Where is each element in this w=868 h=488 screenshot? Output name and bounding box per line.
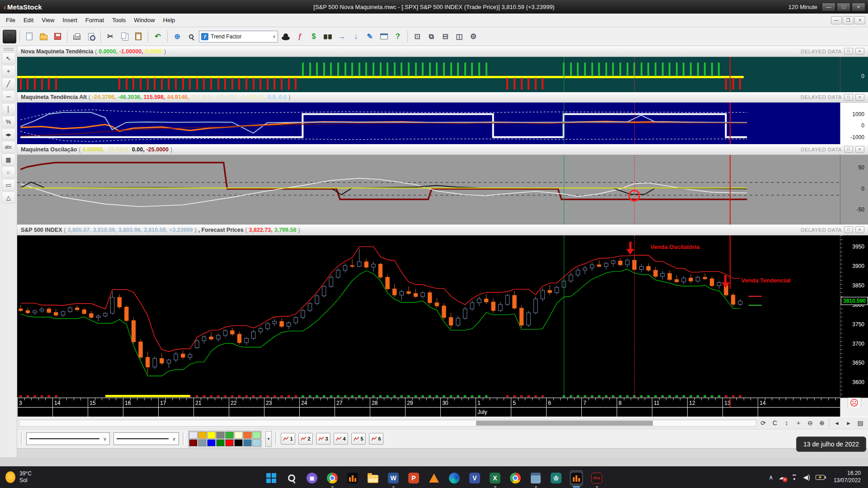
save-button[interactable] xyxy=(51,30,64,43)
mdi-minimize-button[interactable]: — xyxy=(831,16,842,24)
collapse-button[interactable]: C xyxy=(769,418,781,428)
panel2-chart[interactable]: 10000-1000 xyxy=(17,103,868,144)
taskbar-chess[interactable]: ♔ xyxy=(549,470,563,486)
cascade-windows-button[interactable]: ⧉ xyxy=(425,30,438,43)
taskbar-pro[interactable]: Pro xyxy=(590,470,604,486)
panel-close-button[interactable]: × xyxy=(855,48,864,55)
panel-restore-button[interactable]: □ xyxy=(844,48,853,55)
power-console-button[interactable]: P xyxy=(3,30,16,43)
color-swatch[interactable] xyxy=(198,432,207,439)
panel-close-button[interactable]: × xyxy=(855,94,864,101)
taskbar-search[interactable] xyxy=(285,470,298,486)
menu-format[interactable]: Format xyxy=(81,14,108,26)
paste-button[interactable] xyxy=(132,30,145,43)
color-swatch[interactable] xyxy=(198,439,207,446)
panel1-title-bar[interactable]: Nova Maquineta Tendência(0.0000,-1.00000… xyxy=(17,46,868,57)
explorer-binoculars-button[interactable] xyxy=(321,30,334,43)
new-chart-button[interactable] xyxy=(23,30,36,43)
toolbar-grip[interactable] xyxy=(4,48,14,51)
mdi-close-button[interactable]: × xyxy=(854,16,865,24)
triangle-tool[interactable]: △ xyxy=(2,192,15,203)
panel4-price-chart[interactable]: Venda OscilatóriaVenda Tendencial 395039… xyxy=(17,235,868,398)
taskbar-metastock-active[interactable] xyxy=(570,470,583,486)
trendline-tool[interactable]: ╱ xyxy=(2,78,15,89)
horizontal-scrollbar[interactable] xyxy=(19,420,756,427)
weather-widget[interactable]: 39°C Sol xyxy=(5,470,32,484)
cut-button[interactable]: ✂ xyxy=(104,30,117,43)
taskbar-calculator[interactable] xyxy=(529,470,542,486)
crosshair-tool[interactable]: + xyxy=(2,65,15,77)
layout-button-4[interactable]: 4 xyxy=(334,433,348,445)
scrollbar-thumb[interactable] xyxy=(476,421,653,426)
percent-tool[interactable]: % xyxy=(2,116,15,127)
copy-button[interactable] xyxy=(118,30,131,43)
color-swatch[interactable] xyxy=(216,432,225,439)
menu-insert[interactable]: Insert xyxy=(58,14,81,26)
zoom-box-button[interactable] xyxy=(185,30,198,43)
close-button[interactable]: × xyxy=(852,3,865,11)
maximize-button[interactable]: □ xyxy=(837,3,850,11)
template-combo[interactable]: fTrend Factor∨ xyxy=(199,31,278,42)
vertical-line-tool[interactable]: │ xyxy=(2,103,15,115)
menu-edit[interactable]: Edit xyxy=(19,14,38,26)
tray-chevron-up-icon[interactable]: ∧ xyxy=(769,474,773,481)
taskbar-powerpoint[interactable]: P xyxy=(407,470,420,486)
volume-icon[interactable]: ◀) xyxy=(803,474,810,481)
line-style-combo[interactable]: ∨ xyxy=(26,432,110,445)
layout-button-3[interactable]: 3 xyxy=(316,433,330,445)
panel1-chart[interactable]: 0 xyxy=(17,57,868,92)
pan-button[interactable]: + xyxy=(793,418,804,428)
open-button[interactable] xyxy=(37,30,50,43)
center-target-button[interactable]: ⊕ xyxy=(171,30,184,43)
color-swatch[interactable] xyxy=(216,439,225,446)
new-window-button[interactable]: ⊡ xyxy=(411,30,424,43)
print-preview-button[interactable] xyxy=(85,30,97,43)
data-window-button[interactable]: ▤ xyxy=(854,418,866,428)
color-swatch[interactable] xyxy=(189,439,198,446)
toolbar-grip[interactable] xyxy=(275,432,277,445)
mdi-restore-button[interactable]: ❐ xyxy=(843,16,854,24)
system-tester-button[interactable]: $ xyxy=(307,30,320,43)
panel-close-button[interactable]: × xyxy=(855,146,864,153)
vertical-fit-button[interactable]: ↕ xyxy=(781,418,793,428)
taskbar-edge[interactable] xyxy=(448,470,461,486)
scroll-right-button[interactable]: ▸ xyxy=(843,418,854,428)
expert-advisor-button[interactable]: ✎ xyxy=(363,30,376,43)
print-button[interactable] xyxy=(71,30,83,43)
context-help-button[interactable]: ? xyxy=(392,30,404,43)
menu-window[interactable]: Window xyxy=(130,14,159,26)
panel4-title-bar[interactable]: S&P 500 INDEX(3,805.07,3,810.59,3,803.98… xyxy=(17,225,868,235)
toolbar-grip[interactable] xyxy=(21,432,23,445)
menu-file[interactable]: File xyxy=(2,14,19,26)
battery-icon[interactable]: ⚡ xyxy=(816,475,825,480)
layout-button-2[interactable]: 2 xyxy=(298,433,313,445)
refresh-button[interactable]: ⟳ xyxy=(757,418,769,428)
panel-restore-button[interactable]: □ xyxy=(844,226,853,233)
taskbar-word[interactable]: W xyxy=(387,470,400,486)
color-swatch[interactable] xyxy=(207,439,216,446)
minimize-button[interactable]: — xyxy=(822,3,835,11)
horizontal-line-tool[interactable]: ─ xyxy=(2,90,15,102)
taskbar-explorer[interactable] xyxy=(366,470,380,486)
explorer-hat-button[interactable] xyxy=(279,30,292,43)
taskbar-chrome[interactable] xyxy=(509,470,522,486)
taskbar-chrome-badged[interactable] xyxy=(326,470,339,486)
menu-view[interactable]: View xyxy=(38,14,58,26)
scroll-left-right-tool[interactable]: ◂▸ xyxy=(2,128,15,140)
forecaster-button[interactable]: → xyxy=(335,30,348,43)
snapshot-button[interactable] xyxy=(377,30,390,43)
layout-button-5[interactable]: 5 xyxy=(351,433,366,445)
color-swatch[interactable] xyxy=(252,432,261,439)
workspace-options-button[interactable]: ⚙ xyxy=(467,30,480,43)
layout-button-6[interactable]: 6 xyxy=(369,433,383,445)
scroll-left-button[interactable]: ◂ xyxy=(831,418,843,428)
onedrive-error-icon[interactable]: ☁ xyxy=(779,474,785,481)
panel-restore-button[interactable]: □ xyxy=(844,146,853,153)
panel-close-button[interactable]: × xyxy=(855,226,864,233)
grid-tool[interactable]: ▦ xyxy=(2,154,15,165)
ellipse-tool[interactable]: ○ xyxy=(2,166,15,178)
color-swatch[interactable] xyxy=(225,439,234,446)
panel3-title-bar[interactable]: Maquineta Oscilação(4.00000,-15.5804,0.0… xyxy=(17,144,868,155)
color-swatch[interactable] xyxy=(252,439,261,446)
color-swatch[interactable] xyxy=(234,439,243,446)
